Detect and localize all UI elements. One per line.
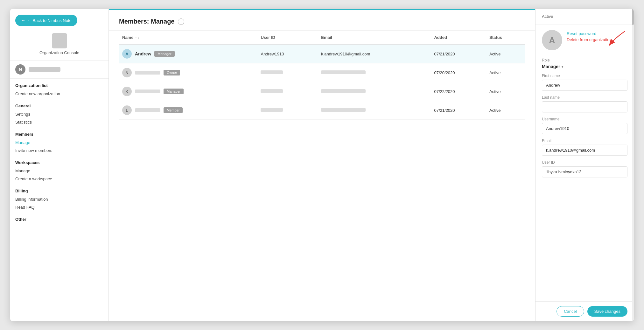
nav-section-title-other: Other xyxy=(15,217,103,222)
form-group-username: Username xyxy=(542,117,627,134)
right-panel-header: Active xyxy=(536,9,634,25)
added-cell: 07/20/2020 xyxy=(431,63,486,82)
email-cell xyxy=(318,101,431,120)
role-label: Role xyxy=(542,58,627,62)
nav-section-billing: Billing Billing information Read FAQ xyxy=(10,184,108,212)
table-row[interactable]: L Member 07/21/2020 Active xyxy=(119,101,525,120)
role-badge: Owner xyxy=(164,70,180,75)
user-row: N xyxy=(10,61,108,79)
page-title: Members: Manage xyxy=(119,18,175,25)
org-section: Organization Console xyxy=(10,30,108,61)
col-header-email: Email xyxy=(318,31,431,45)
user-id-cell: Andrew1910 xyxy=(257,45,318,63)
chevron-down-icon[interactable]: ▾ xyxy=(562,65,563,68)
nav-section-members: Members Manage Invite new members xyxy=(10,127,108,156)
table-row[interactable]: A Andrew Manager Andrew1910 k.andrew1910… xyxy=(119,45,525,63)
sidebar-item-settings[interactable]: Settings xyxy=(15,110,103,118)
nav-section-workspaces: Workspaces Manage Create a workspace xyxy=(10,156,108,184)
role-badge: Manager xyxy=(154,51,174,57)
nav-section-title-members: Members xyxy=(15,132,103,137)
right-scrollbar-thumb xyxy=(632,9,634,25)
panel-footer: Cancel Save changes xyxy=(536,301,634,321)
right-panel: Active A Reset password Delete from orga… xyxy=(535,9,634,321)
right-scrollbar[interactable] xyxy=(632,9,634,321)
sidebar-item-create-workspace[interactable]: Create a workspace xyxy=(15,175,103,183)
email-cell xyxy=(318,82,431,101)
first-name-input[interactable] xyxy=(542,80,627,91)
avatar: L xyxy=(122,105,132,115)
table-row[interactable]: K Manager 07/22/2020 Active xyxy=(119,82,525,101)
sidebar-item-workspaces-manage[interactable]: Manage xyxy=(15,167,103,175)
member-name-blurred xyxy=(135,90,160,93)
sidebar: ← ← Back to Nimbus Note Organization Con… xyxy=(10,9,109,321)
members-table: Name ↑ ↓ User ID Email Added Status xyxy=(119,31,525,120)
member-cell: N Owner xyxy=(119,63,257,82)
username-input[interactable] xyxy=(542,123,627,134)
role-badge: Member xyxy=(164,107,183,113)
top-teal-bar xyxy=(109,9,535,10)
form-group-user-id: User ID xyxy=(542,160,627,177)
delete-from-org-link[interactable]: Delete from organization xyxy=(567,37,612,42)
member-cell: L Member xyxy=(119,101,257,120)
sort-icon-name[interactable]: ↑ ↓ xyxy=(135,36,139,39)
status-cell: Active xyxy=(486,45,525,63)
status-cell: Active xyxy=(486,63,525,82)
cancel-button[interactable]: Cancel xyxy=(556,306,584,317)
role-badge: Manager xyxy=(164,89,184,94)
first-name-label: First name xyxy=(542,74,627,78)
col-header-name: Name ↑ ↓ xyxy=(119,31,257,45)
sidebar-item-members-manage[interactable]: Manage xyxy=(15,139,103,147)
user-id-label: User ID xyxy=(542,160,627,165)
role-value: Manager ▾ xyxy=(542,64,627,69)
status-cell: Active xyxy=(486,82,525,101)
user-id-cell xyxy=(257,63,318,82)
panel-actions: Reset password Delete from organization xyxy=(567,30,612,42)
info-icon[interactable]: i xyxy=(178,18,184,25)
member-name: Andrew xyxy=(135,51,151,56)
sidebar-item-read-faq[interactable]: Read FAQ xyxy=(15,203,103,211)
org-label: Organization Console xyxy=(39,50,79,55)
nav-section-general: General Settings Statistics xyxy=(10,99,108,127)
form-group-email: Email xyxy=(542,139,627,156)
user-id-input[interactable] xyxy=(542,166,627,177)
member-cell: K Manager xyxy=(119,82,257,101)
main-content: Members: Manage i Name ↑ ↓ User ID Email xyxy=(109,9,535,321)
save-changes-button[interactable]: Save changes xyxy=(587,306,627,317)
email-cell: k.andrew1910@gmail.com xyxy=(318,45,431,63)
org-avatar xyxy=(52,33,67,48)
nav-section-title-general: General xyxy=(15,104,103,108)
user-avatar: N xyxy=(15,64,25,75)
email-input[interactable] xyxy=(542,145,627,156)
panel-user-section: A Reset password Delete from organizatio… xyxy=(536,25,634,55)
sidebar-item-create-org[interactable]: Create new organization xyxy=(15,90,103,98)
sidebar-item-billing-info[interactable]: Billing information xyxy=(15,195,103,203)
table-row[interactable]: N Owner 07/20/2020 Active xyxy=(119,63,525,82)
col-header-status: Status xyxy=(486,31,525,45)
reset-password-link[interactable]: Reset password xyxy=(567,31,612,36)
avatar: K xyxy=(122,87,132,96)
added-cell: 07/21/2020 xyxy=(431,101,486,120)
form-group-first-name: First name xyxy=(542,74,627,91)
status-cell: Active xyxy=(486,101,525,120)
main-header: Members: Manage i xyxy=(109,9,535,31)
last-name-input[interactable] xyxy=(542,101,627,112)
sidebar-item-invite-members[interactable]: Invite new members xyxy=(15,147,103,154)
username-label: Username xyxy=(542,117,627,121)
user-id-cell xyxy=(257,101,318,120)
avatar: N xyxy=(122,68,132,77)
form-group-last-name: Last name xyxy=(542,95,627,112)
user-name-blurred xyxy=(29,67,60,72)
nav-section-title-billing: Billing xyxy=(15,189,103,193)
member-cell: A Andrew Manager xyxy=(119,45,257,63)
member-name-blurred xyxy=(135,108,160,112)
added-cell: 07/22/2020 xyxy=(431,82,486,101)
nav-section-title-org-list: Organization list xyxy=(15,83,103,88)
col-header-added: Added xyxy=(431,31,486,45)
sidebar-item-statistics[interactable]: Statistics xyxy=(15,118,103,126)
last-name-label: Last name xyxy=(542,95,627,100)
added-cell: 07/21/2020 xyxy=(431,45,486,63)
member-name-blurred xyxy=(135,71,160,75)
nav-section-other: Other xyxy=(10,212,108,225)
back-to-nimbus-button[interactable]: ← ← Back to Nimbus Note xyxy=(15,15,77,26)
email-label: Email xyxy=(542,139,627,143)
